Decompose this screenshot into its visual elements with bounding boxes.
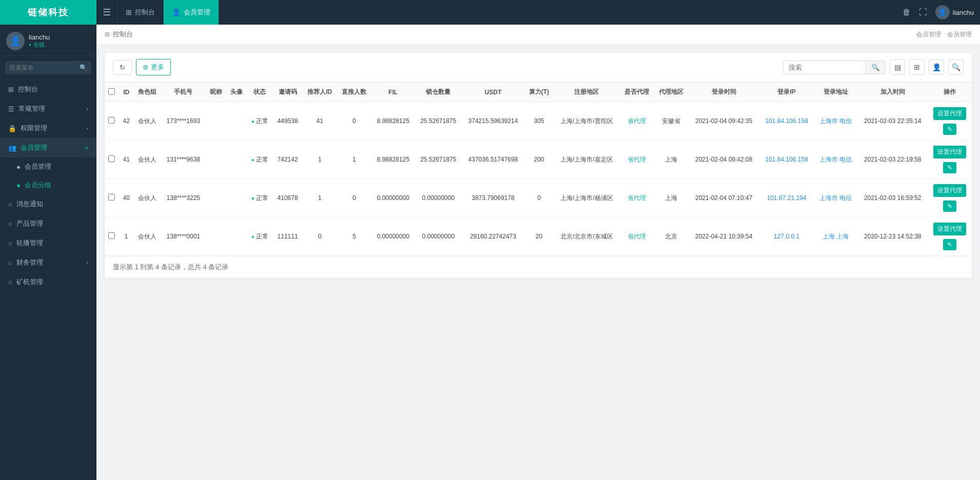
more-button[interactable]: ⚙ 更多 [136,59,171,75]
cell-login-addr: 上海 上海 [814,217,857,256]
ip-link[interactable]: 101.87.21.194 [767,194,807,202]
col-fil: FIL [371,83,415,102]
table-row: 42 会伙人 173****1693 ●正常 449538 41 0 8.988… [105,102,972,141]
cell-login-ip: 101.84.106.158 [759,102,814,141]
content-area: ↻ ⚙ 更多 🔍 ▤ [96,45,980,480]
row-checkbox[interactable] [108,194,115,201]
login-addr-link[interactable]: 上海市 电信 [819,117,852,125]
set-agent-button[interactable]: 设置代理 [933,107,966,120]
ip-link[interactable]: 127.0.0.1 [774,233,799,240]
set-agent-button[interactable]: 设置代理 [933,223,966,235]
ip-link[interactable]: 101.84.106.158 [765,156,808,163]
cell-op: 设置代理 ✎ [928,217,972,256]
sidebar-item-mining[interactable]: ○ 矿机管理 [0,272,96,292]
breadcrumb-right: 会员管理 会员管理 [916,30,972,39]
cell-checkbox [105,141,119,179]
edit-button[interactable]: ✎ [943,239,956,250]
set-agent-button[interactable]: 设置代理 [933,146,966,158]
mining-icon: ○ [8,278,12,286]
breadcrumb-bar: ⊞ 控制台 会员管理 会员管理 [96,25,980,45]
edit-button[interactable]: ✎ [943,124,956,135]
row-checkbox[interactable] [108,232,115,239]
trash-icon[interactable]: 🗑 [903,8,911,17]
list-icon: ▤ [894,63,901,71]
col-usdt: USDT [462,83,524,102]
cell-is-agent: 省代理 [619,179,654,217]
agent-link[interactable]: 省代理 [628,156,646,163]
sidebar-item-dashboard[interactable]: ⊞ 控制台 [0,79,96,99]
sidebar-item-label: 产品管理 [16,219,43,228]
breadcrumb-icon: ⊞ [105,31,110,38]
edit-button[interactable]: ✎ [943,201,956,212]
cell-nickname [206,179,226,217]
cell-direct-count: 0 [337,102,371,141]
sidebar-item-regular[interactable]: ☰ 常规管理 › [0,99,96,118]
tab-dashboard[interactable]: ⊞ 控制台 [117,0,164,25]
view-grid-button[interactable]: ⊞ [909,59,925,75]
search-input[interactable] [5,61,91,74]
hamburger-icon[interactable]: ☰ [103,7,111,18]
refresh-icon: ↻ [120,64,125,71]
sidebar-item-carousel[interactable]: ○ 轮播管理 [0,233,96,253]
dashboard-icon: ⊞ [8,86,14,93]
breadcrumb-link-member[interactable]: 会员管理 [916,30,941,39]
table-card: ↻ ⚙ 更多 🔍 ▤ [105,53,972,278]
ip-link[interactable]: 101.84.106.158 [765,117,808,125]
cell-referrer-id: 1 [303,179,337,217]
view-list-button[interactable]: ▤ [890,59,905,75]
edit-button[interactable]: ✎ [943,162,956,173]
user-info: lianchu 在线 [29,33,50,49]
row-checkbox[interactable] [108,155,115,162]
sidebar-item-finance[interactable]: ○ 财务管理 › [0,253,96,272]
cell-invite-code: 111111 [273,217,303,256]
cell-join-time: 2021-02-03 22:35:14 [857,102,928,141]
sidebar-item-member-group[interactable]: ● 会员分组 [0,176,96,194]
tab-member-manage[interactable]: 👤 会员管理 [164,0,219,25]
cell-referrer-id: 1 [303,141,337,179]
cell-hashrate: 305 [524,102,554,141]
agent-link[interactable]: 省代理 [628,194,646,202]
more-label: 更多 [151,63,164,72]
cell-usdt: 3873.79069178 [462,179,524,217]
set-agent-button[interactable]: 设置代理 [933,184,966,197]
sidebar-item-products[interactable]: ○ 产品管理 [0,214,96,233]
col-referrer-id: 推荐人ID [303,83,337,102]
cell-reg-area: 上海/上海市/杨浦区 [554,179,619,217]
sidebar-item-permissions[interactable]: 🔒 权限管理 › [0,118,96,138]
login-addr-link[interactable]: 上海市 电信 [819,194,852,202]
col-direct-count: 直推人数 [337,83,371,102]
main-area: ☰ ⊞ 控制台 👤 会员管理 🗑 ⛶ 👤 lianchu ⊞ 控制台 会员管理 … [96,0,980,480]
search-button[interactable]: 🔍 [866,61,885,74]
cell-fil: 0.00000000 [371,217,415,256]
expand-search-button[interactable]: 🔍 [948,59,964,75]
cell-fil: 8.98828125 [371,141,415,179]
cell-id: 42 [119,102,133,141]
sidebar-item-members[interactable]: 👥 会员管理 ∨ [0,138,96,157]
sidebar-user-section: 👤 lianchu 在线 [0,25,96,56]
col-login-ip: 登录IP [759,83,814,102]
cell-reg-area: 上海/上海市/嘉定区 [554,141,619,179]
row-checkbox[interactable] [108,117,115,124]
select-all-checkbox[interactable] [108,88,115,95]
filter-button[interactable]: 👤 [929,59,944,75]
login-addr-link[interactable]: 上海 上海 [822,233,849,240]
refresh-button[interactable]: ↻ [113,60,132,75]
agent-link[interactable]: 省代理 [628,117,646,125]
search-input[interactable] [783,61,866,74]
tab-dashboard-label: 控制台 [135,8,155,17]
col-lock-amount: 锁仓数量 [415,83,462,102]
breadcrumb-link-member2[interactable]: 会员管理 [947,30,972,39]
agent-link[interactable]: 省代理 [628,233,646,240]
cell-direct-count: 5 [337,217,371,256]
cell-referrer-id: 0 [303,217,337,256]
sidebar-item-notifications[interactable]: ○ 消息通知 [0,194,96,214]
sidebar-item-member-manage[interactable]: ● 会员管理 [0,157,96,176]
filter-icon: 👤 [932,63,941,71]
product-icon: ○ [8,220,12,228]
login-addr-link[interactable]: 上海市 电信 [819,156,852,163]
cell-phone: 138****0001 [161,217,206,256]
cell-agent-area: 安徽省 [654,102,689,141]
table-toolbar: ↻ ⚙ 更多 🔍 ▤ [105,53,972,82]
topbar-user[interactable]: 👤 lianchu [935,5,974,19]
fullscreen-icon[interactable]: ⛶ [919,8,927,17]
